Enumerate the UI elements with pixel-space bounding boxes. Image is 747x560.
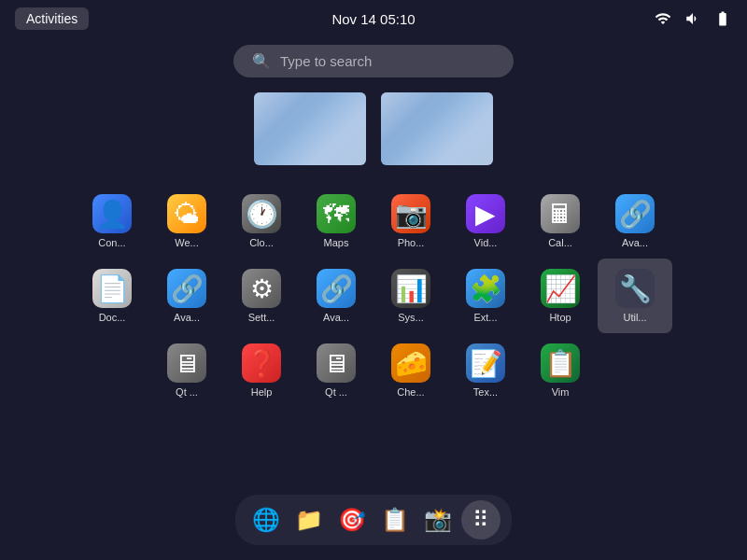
search-bar: 🔍 <box>0 45 747 77</box>
htop-label: Htop <box>529 312 592 323</box>
weather-label: We... <box>155 237 218 248</box>
window-thumbnails <box>0 92 747 165</box>
dock-item-notes[interactable]: 📋 <box>375 500 415 539</box>
topbar: Activities Nov 14 05:10 <box>0 0 747 37</box>
app-item-qt1[interactable]: 🖥Qt ... <box>149 333 224 408</box>
app-item-text[interactable]: 📝Tex... <box>448 333 523 408</box>
doc-label: Doc... <box>80 312 144 323</box>
htop-icon: 📈 <box>541 269 580 308</box>
doc-icon: 📄 <box>92 269 132 308</box>
contacts-icon: 👤 <box>92 194 132 233</box>
avahi1-icon: 🔗 <box>615 194 655 233</box>
qt1-icon: 🖥 <box>167 343 206 383</box>
window-thumbnail-2[interactable] <box>381 92 493 165</box>
system-tray <box>654 9 732 28</box>
app-item-contacts[interactable]: 👤Con... <box>75 184 149 259</box>
clock-display: Nov 14 05:10 <box>331 11 415 27</box>
videos-label: Vid... <box>454 237 517 248</box>
util-icon: 🔧 <box>615 269 655 308</box>
dock-item-globe[interactable]: 🌐 <box>247 500 286 539</box>
dock-item-apps[interactable]: ⠿ <box>461 500 500 539</box>
app-row-0: 👤Con...🌤We...🕐Clo...🗺Maps📷Pho...▶Vid...🖩… <box>75 184 672 259</box>
settings-label: Sett... <box>230 312 293 323</box>
app-item-videos[interactable]: ▶Vid... <box>448 184 523 259</box>
app-item-clock[interactable]: 🕐Clo... <box>224 184 299 259</box>
videos-icon: ▶ <box>466 194 505 233</box>
avahi2-label: Ava... <box>155 312 218 323</box>
cheese-label: Che... <box>379 386 443 398</box>
avahi2-icon: 🔗 <box>167 269 206 308</box>
app-grid: 👤Con...🌤We...🕐Clo...🗺Maps📷Pho...▶Vid...🖩… <box>0 184 747 408</box>
photos-icon: 📷 <box>391 194 430 233</box>
app-item-maps[interactable]: 🗺Maps <box>299 184 374 259</box>
vim-label: Vim <box>529 386 592 398</box>
network-icon[interactable] <box>654 9 672 28</box>
app-item-avahi3[interactable]: 🔗Ava... <box>299 259 374 333</box>
app-item-cheese[interactable]: 🧀Che... <box>374 333 448 408</box>
avahi1-label: Ava... <box>603 237 667 248</box>
maps-icon: 🗺 <box>317 194 356 233</box>
search-icon: 🔍 <box>252 52 271 70</box>
app-row-1: 📄Doc...🔗Ava...⚙Sett...🔗Ava...📊Sys...🧩Ext… <box>75 259 672 333</box>
help-label: Help <box>230 386 293 398</box>
battery-icon[interactable] <box>713 9 732 28</box>
dock-item-files[interactable]: 📁 <box>289 500 329 539</box>
sys-label: Sys... <box>379 312 443 323</box>
weather-icon: 🌤 <box>167 194 206 233</box>
qt2-icon: 🖥 <box>317 343 356 383</box>
util-label: Util... <box>603 312 667 323</box>
qt1-label: Qt ... <box>155 386 218 398</box>
dock-item-camera[interactable]: 📸 <box>418 500 458 539</box>
app-item-weather[interactable]: 🌤We... <box>149 184 224 259</box>
app-item-photos[interactable]: 📷Pho... <box>374 184 448 259</box>
app-item-avahi1[interactable]: 🔗Ava... <box>598 184 672 259</box>
app-item-avahi2[interactable]: 🔗Ava... <box>149 259 224 333</box>
volume-icon[interactable] <box>684 9 702 28</box>
search-input[interactable] <box>280 53 495 69</box>
search-container: 🔍 <box>233 45 514 77</box>
app-item-ext[interactable]: 🧩Ext... <box>448 259 523 333</box>
dock-item-circle[interactable]: 🎯 <box>332 500 372 539</box>
sys-icon: 📊 <box>391 269 430 308</box>
app-row-2: 🖥Qt ...❓Help🖥Qt ...🧀Che...📝Tex...📋Vim <box>149 333 598 408</box>
settings-icon: ⚙ <box>242 269 281 308</box>
ext-icon: 🧩 <box>466 269 505 308</box>
app-item-vim[interactable]: 📋Vim <box>523 333 598 408</box>
app-item-calc[interactable]: 🖩Cal... <box>523 184 598 259</box>
clock-icon: 🕐 <box>242 194 281 233</box>
app-item-sys[interactable]: 📊Sys... <box>374 259 448 333</box>
maps-label: Maps <box>304 237 368 248</box>
app-item-util[interactable]: 🔧Util... <box>598 259 672 333</box>
text-label: Tex... <box>454 386 517 398</box>
text-icon: 📝 <box>466 343 505 383</box>
calc-label: Cal... <box>529 237 592 248</box>
dock: 🌐📁🎯📋📸⠿ <box>235 495 512 545</box>
photos-label: Pho... <box>379 237 443 248</box>
avahi3-icon: 🔗 <box>317 269 356 308</box>
window-thumbnail-1[interactable] <box>254 92 366 165</box>
ext-label: Ext... <box>454 312 517 323</box>
activities-button[interactable]: Activities <box>15 7 89 30</box>
vim-icon: 📋 <box>541 343 580 383</box>
app-item-help[interactable]: ❓Help <box>224 333 299 408</box>
calc-icon: 🖩 <box>541 194 580 233</box>
cheese-icon: 🧀 <box>391 343 430 383</box>
app-item-doc[interactable]: 📄Doc... <box>75 259 149 333</box>
app-item-htop[interactable]: 📈Htop <box>523 259 598 333</box>
contacts-label: Con... <box>80 237 144 248</box>
avahi3-label: Ava... <box>304 312 368 323</box>
clock-label: Clo... <box>230 237 293 248</box>
app-item-qt2[interactable]: 🖥Qt ... <box>299 333 374 408</box>
app-item-settings[interactable]: ⚙Sett... <box>224 259 299 333</box>
help-icon: ❓ <box>242 343 281 383</box>
qt2-label: Qt ... <box>304 386 368 398</box>
